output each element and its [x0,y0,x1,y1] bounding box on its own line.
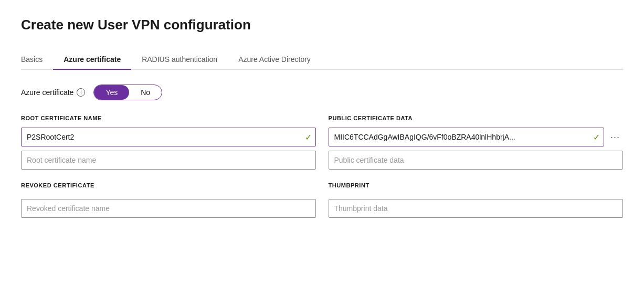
yes-no-toggle[interactable]: Yes No [93,85,162,100]
thumbprint-header: THUMBPRINT [329,182,624,191]
info-icon[interactable]: i [77,88,85,97]
thumbprint-input[interactable] [329,199,624,218]
root-cert-row-empty [21,151,623,170]
tab-basics[interactable]: Basics [21,50,53,70]
revoked-cert-column-headers: REVOKED CERTIFICATE THUMBPRINT [21,182,623,195]
toggle-yes[interactable]: Yes [94,85,129,100]
revoked-cert-header: REVOKED CERTIFICATE [21,182,316,191]
root-cert-row-filled: ✓ ✓ ··· [21,128,623,146]
toggle-no[interactable]: No [129,85,162,100]
tab-azure-ad[interactable]: Azure Active Directory [228,50,321,70]
tab-azure-certificate[interactable]: Azure certificate [53,50,131,70]
revoked-cert-name-input[interactable] [21,199,316,218]
page-title: Create new User VPN configuration [21,17,623,33]
root-certificate-section: ROOT CERTIFICATE NAME PUBLIC CERTIFICATE… [21,115,623,170]
public-cert-data-input-empty[interactable] [329,151,624,170]
public-cert-data-header: PUBLIC CERTIFICATE DATA [329,115,624,123]
public-cert-data-filled-wrapper: ✓ [329,128,605,146]
tab-radius-auth[interactable]: RADIUS authentication [131,50,228,70]
public-cert-data-input-filled[interactable] [329,128,605,146]
revoked-certificate-section: REVOKED CERTIFICATE THUMBPRINT [21,182,623,218]
root-cert-name-header: ROOT CERTIFICATE NAME [21,115,316,123]
tab-bar: Basics Azure certificate RADIUS authenti… [21,50,623,70]
root-cert-name-input-empty[interactable] [21,151,316,170]
cert-column-headers: ROOT CERTIFICATE NAME PUBLIC CERTIFICATE… [21,115,623,128]
revoked-cert-row [21,199,623,218]
azure-certificate-label: Azure certificate i [21,88,85,97]
root-cert-name-check-icon: ✓ [305,132,312,142]
root-cert-name-filled-wrapper: ✓ [21,128,316,146]
azure-certificate-field: Azure certificate i Yes No [21,85,623,100]
more-options-button[interactable]: ··· [607,129,623,145]
public-cert-data-filled-group: ✓ ··· [329,128,624,146]
root-cert-name-input-filled[interactable] [21,128,316,146]
public-cert-data-check-icon: ✓ [593,132,600,142]
